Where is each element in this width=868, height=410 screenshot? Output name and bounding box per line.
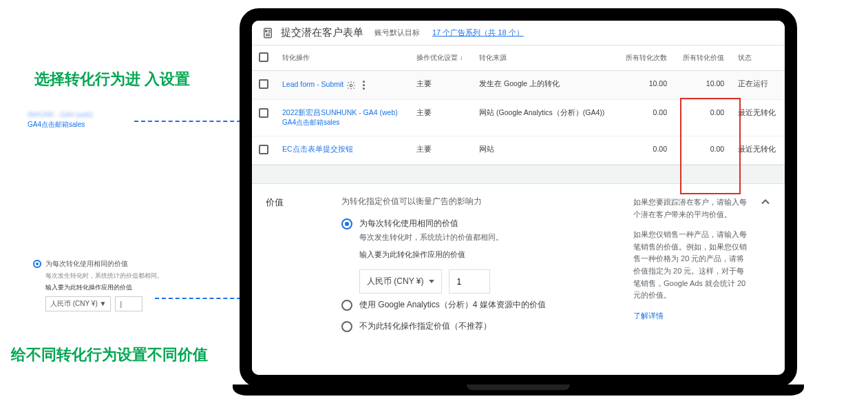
- cell-status: 最近无转化: [731, 136, 785, 165]
- radio-no-value[interactable]: 不为此转化操作指定价值（不推荐）: [341, 320, 620, 332]
- currency-mini: 人民币 (CNY ¥) ▼: [45, 296, 111, 311]
- caret-down-icon: [429, 280, 434, 283]
- app-screen: 提交潜在客户表单 账号默认目标 17 个广告系列（共 18 个） 转化操作 操作…: [252, 21, 785, 375]
- select-all-checkbox[interactable]: [259, 52, 268, 62]
- cell-status: 最近无转化: [731, 100, 785, 136]
- row-checkbox[interactable]: [259, 79, 268, 89]
- value-mini: |: [115, 296, 142, 311]
- cell-count: 10.00: [617, 71, 674, 100]
- cell-source: 发生在 Google 上的转化: [472, 71, 617, 100]
- table-row: Lead form - Submit主要发生在 Google 上的转化10.00…: [252, 71, 785, 100]
- col-value[interactable]: 所有转化价值: [674, 45, 731, 71]
- more-icon[interactable]: [363, 79, 365, 91]
- cell-setting: 主要: [410, 71, 472, 100]
- radio-icon: [341, 321, 352, 332]
- table-row: EC点击表单提交按钮主要网站0.000.00最近无转化: [252, 136, 785, 165]
- cell-value: 0.00: [674, 100, 731, 136]
- value-section-title: 价值: [266, 196, 328, 342]
- cell-count: 0.00: [617, 100, 674, 136]
- cell-count: 0.00: [617, 136, 674, 165]
- help-panel: 如果您要跟踪潜在客户，请输入每个潜在客户带来的平均价值。 如果您仅销售一种产品，…: [633, 196, 771, 342]
- value-section: 价值 为转化指定价值可以衡量广告的影响力 为每次转化使用相同的价值 每次发生转化…: [252, 184, 785, 354]
- page-subtitle: 账号默认目标: [374, 28, 420, 38]
- page-title: 提交潜在客户表单: [281, 26, 363, 39]
- radio-same-value[interactable]: 为每次转化使用相同的价值 每次发生转化时，系统统计的价值都相同。 输入要为此转化…: [341, 218, 620, 260]
- cell-status: 正在运行: [731, 71, 785, 100]
- svg-point-2: [350, 84, 353, 87]
- gear-icon[interactable]: [346, 81, 356, 90]
- cell-source: 网站: [472, 136, 617, 165]
- col-source[interactable]: 转化来源: [472, 45, 617, 71]
- table-row: 2022新宏昌SUNHUNK - GA4 (web)GA4点击邮箱sales主要…: [252, 100, 785, 136]
- col-count[interactable]: 所有转化次数: [617, 45, 674, 71]
- page-header: 提交潜在客户表单 账号默认目标 17 个广告系列（共 18 个）: [252, 21, 785, 45]
- radio-icon: [341, 300, 352, 311]
- side-thumbnail-value: 为每次转化使用相同的价值 每次发生转化时，系统统计的价值都相同。 输入要为此转化…: [33, 259, 163, 311]
- col-action[interactable]: 转化操作: [275, 45, 410, 71]
- svg-point-1: [266, 30, 267, 31]
- campaigns-link[interactable]: 17 个广告系列（共 18 个）: [432, 28, 524, 38]
- conversion-name[interactable]: 2022新宏昌SUNHUNK - GA4 (web)GA4点击邮箱sales: [275, 100, 410, 136]
- cell-setting: 主要: [410, 100, 472, 136]
- cell-setting: 主要: [410, 136, 472, 165]
- cell-value: 10.00: [674, 71, 731, 100]
- radio-icon: [341, 218, 352, 229]
- value-desc: 为转化指定价值可以衡量广告的影响力: [341, 196, 620, 207]
- svg-rect-0: [264, 28, 272, 38]
- currency-select[interactable]: 人民币 (CNY ¥): [359, 269, 442, 294]
- annotation-select-conversion: 选择转化行为进 入设置: [34, 69, 190, 90]
- row-checkbox[interactable]: [259, 145, 268, 154]
- conversion-name[interactable]: EC点击表单提交按钮: [275, 136, 410, 165]
- collapse-icon[interactable]: [759, 195, 772, 209]
- learn-more-link[interactable]: 了解详情: [633, 311, 664, 320]
- laptop-base: [233, 385, 804, 396]
- col-status[interactable]: 状态: [731, 45, 785, 71]
- side-thumbnail-row: INHUNK - GA4 (web) GA4点击邮箱sales: [28, 110, 93, 130]
- conversion-name[interactable]: Lead form - Submit: [275, 71, 410, 100]
- form-icon: [262, 27, 274, 39]
- section-gap: [252, 165, 785, 184]
- row-checkbox[interactable]: [259, 108, 268, 118]
- conversions-table: 转化操作 操作优化设置 转化来源 所有转化次数 所有转化价值 状态 Lead f…: [252, 45, 785, 165]
- col-setting[interactable]: 操作优化设置: [410, 45, 472, 71]
- radio-icon: [33, 260, 41, 268]
- laptop-frame: 提交潜在客户表单 账号默认目标 17 个广告系列（共 18 个） 转化操作 操作…: [233, 0, 804, 400]
- radio-ga4-value[interactable]: 使用 Google Analytics（分析）4 媒体资源中的价值: [341, 299, 620, 311]
- annotation-set-value: 给不同转化行为设置不同价值: [11, 345, 208, 365]
- cell-source: 网站 (Google Analytics（分析）(GA4)): [472, 100, 617, 136]
- value-input[interactable]: [449, 269, 490, 294]
- cell-value: 0.00: [674, 136, 731, 165]
